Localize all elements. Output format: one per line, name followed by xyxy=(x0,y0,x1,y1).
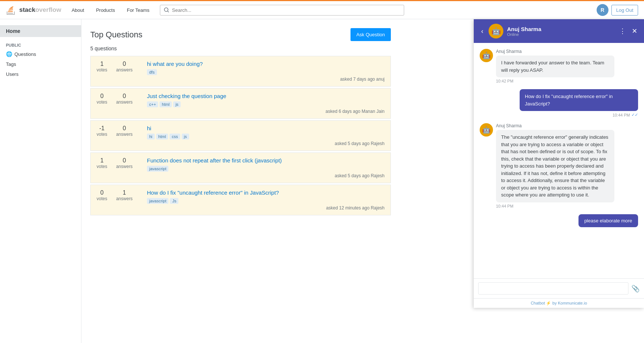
chat-footer: Chatbot ⚡ by Kommunicate.io xyxy=(474,298,644,308)
answer-count: 0 xyxy=(116,157,133,164)
chat-panel: ‹ 🤖 Anuj Sharma Online ⋮ ✕ 🤖 Anuj Sharma… xyxy=(474,19,644,308)
search-input[interactable] xyxy=(172,7,400,13)
sidebar-item-questions[interactable]: 🌐 Questions xyxy=(0,49,81,59)
globe-icon: 🌐 xyxy=(6,51,12,57)
tag[interactable]: js xyxy=(173,101,181,107)
msg-sender-1: Anuj Sharma xyxy=(496,49,614,54)
tag[interactable]: html xyxy=(156,134,168,139)
question-title[interactable]: hi what are you doing? xyxy=(147,61,385,67)
search-bar xyxy=(160,5,404,16)
question-details: hi hihtmlcssjs asked 5 days ago Rajesh xyxy=(147,125,385,146)
votes-stat: 0 votes xyxy=(97,93,107,105)
msg-avatar-1: 🤖 xyxy=(480,49,493,62)
questions-list: 1 votes 0 answers hi what are you doing?… xyxy=(90,56,391,215)
nav-products[interactable]: Products xyxy=(91,4,119,16)
msg-text-3: The "uncaught reference error" generally… xyxy=(496,130,614,202)
answer-count: 1 xyxy=(116,189,133,196)
sidebar-users-label: Users xyxy=(6,71,19,77)
chat-back-button[interactable]: ‹ xyxy=(480,26,485,37)
answers-label: answers xyxy=(116,100,133,105)
svg-rect-4 xyxy=(10,6,13,8)
nav-for-teams[interactable]: For Teams xyxy=(123,4,154,16)
tag[interactable]: Js xyxy=(170,198,178,204)
question-stats: 0 votes 1 answers xyxy=(97,189,141,201)
message-received-1: 🤖 Anuj Sharma I have forwarded your answ… xyxy=(480,49,638,83)
tag[interactable]: js xyxy=(182,134,189,139)
tag[interactable]: javascript xyxy=(147,198,168,204)
chat-more-button[interactable]: ⋮ xyxy=(618,26,627,36)
answers-stat: 0 answers xyxy=(116,93,133,105)
question-meta-row: asked 7 days ago anuj xyxy=(147,77,385,82)
chat-input[interactable] xyxy=(478,282,628,295)
chat-user-info: Anuj Sharma Online xyxy=(507,26,615,37)
questions-count: 5 questions xyxy=(90,46,391,51)
question-details: Just checking the question page c++htmlj… xyxy=(147,93,385,114)
sidebar-item-users[interactable]: Users xyxy=(0,69,81,79)
svg-point-5 xyxy=(164,8,168,11)
question-title[interactable]: Function does not repeat after the first… xyxy=(147,157,385,164)
content-header: Top Questions Ask Question xyxy=(90,28,391,41)
votes-stat: 1 votes xyxy=(97,157,107,169)
message-elaborate: please elaborate more xyxy=(480,214,638,227)
question-meta-row: asked 5 days ago Rajesh xyxy=(147,141,385,146)
chat-close-button[interactable]: ✕ xyxy=(631,26,638,36)
vote-count: 0 xyxy=(97,189,107,196)
msg-sender-3: Anuj Sharma xyxy=(496,123,614,128)
sidebar-questions-label: Questions xyxy=(14,51,36,57)
question-title[interactable]: hi xyxy=(147,125,385,131)
question-row: 1 votes 0 answers Function does not repe… xyxy=(90,152,391,183)
chat-status: Online xyxy=(507,32,615,37)
sidebar-item-tags[interactable]: Tags xyxy=(0,59,81,69)
attach-button[interactable]: 📎 xyxy=(631,285,640,293)
question-row: 0 votes 1 answers How do I fix "uncaught… xyxy=(90,185,391,215)
answers-label: answers xyxy=(116,164,133,169)
question-tags: javascriptJs xyxy=(147,198,385,204)
question-details: How do I fix "uncaught reference error" … xyxy=(147,189,385,211)
logo[interactable]: stackoverflow xyxy=(6,4,61,16)
tag[interactable]: javascript xyxy=(147,166,168,172)
stackoverflow-logo-icon xyxy=(6,4,17,16)
tag[interactable]: dfs xyxy=(147,69,157,75)
nav-right: R Log Out xyxy=(597,4,638,16)
answer-count: 0 xyxy=(116,61,133,67)
question-details: hi what are you doing? dfs asked 7 days … xyxy=(147,61,385,82)
msg-time-3: 10:44 PM xyxy=(496,204,614,208)
votes-stat: -1 votes xyxy=(97,125,107,137)
msg-text-2: How do I fix "uncaught reference error" … xyxy=(520,89,638,111)
question-row: 0 votes 0 answers Just checking the ques… xyxy=(90,88,391,119)
answers-stat: 1 answers xyxy=(116,189,133,201)
msg-bubble-1: Anuj Sharma I have forwarded your answer… xyxy=(496,49,614,83)
question-meta-row: asked 6 days ago Manan Jain xyxy=(147,109,385,114)
votes-stat: 0 votes xyxy=(97,189,107,201)
svg-rect-0 xyxy=(8,13,13,14)
tag[interactable]: hi xyxy=(147,134,155,139)
question-meta: asked 7 days ago anuj xyxy=(340,77,385,82)
question-row: -1 votes 0 answers hi hihtmlcssjs asked … xyxy=(90,120,391,151)
msg-avatar-3: 🤖 xyxy=(480,123,493,137)
question-meta-row: asked 12 minutes ago Rajesh xyxy=(147,205,385,211)
nav-about[interactable]: About xyxy=(67,4,88,16)
tag[interactable]: css xyxy=(170,134,180,139)
user-avatar[interactable]: R xyxy=(597,4,608,16)
votes-label: votes xyxy=(97,196,107,201)
ask-question-button[interactable]: Ask Question xyxy=(350,28,391,41)
tag[interactable]: html xyxy=(160,101,172,107)
check-icon: ✓✓ xyxy=(631,112,638,117)
msg-bubble-3: Anuj Sharma The "uncaught reference erro… xyxy=(496,123,614,208)
chat-avatar: 🤖 xyxy=(489,24,503,38)
question-title[interactable]: Just checking the question page xyxy=(147,93,385,99)
tag[interactable]: c++ xyxy=(147,101,158,107)
sidebar-item-home[interactable]: Home xyxy=(0,25,81,37)
logout-button[interactable]: Log Out xyxy=(611,5,638,16)
question-meta: asked 5 days ago Rajesh xyxy=(335,173,385,178)
question-stats: 1 votes 0 answers xyxy=(97,61,141,73)
votes-label: votes xyxy=(97,132,107,137)
search-icon xyxy=(164,7,169,13)
votes-label: votes xyxy=(97,164,107,169)
chat-footer-text: Chatbot ⚡ by Kommunicate.io xyxy=(531,301,587,305)
question-title[interactable]: How do I fix "uncaught reference error" … xyxy=(147,189,385,196)
elaborate-bubble: please elaborate more xyxy=(578,214,638,227)
question-meta-row: asked 5 days ago Rajesh xyxy=(147,173,385,178)
answers-stat: 0 answers xyxy=(116,61,133,73)
question-tags: dfs xyxy=(147,69,385,75)
